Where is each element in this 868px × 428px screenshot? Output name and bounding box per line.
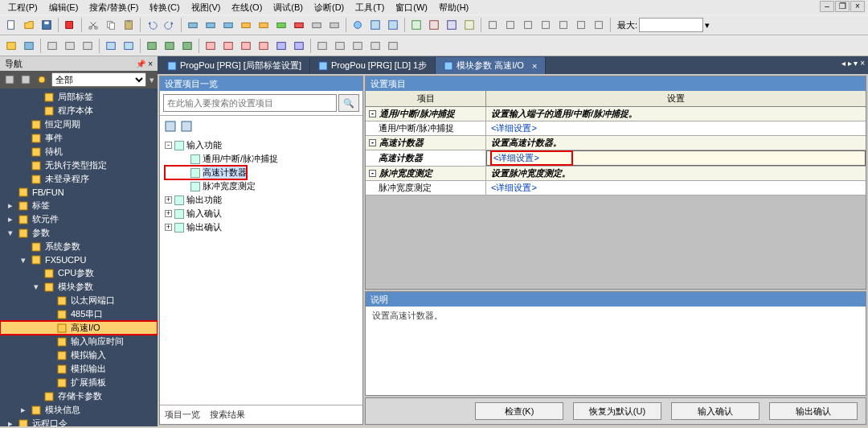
toolbar-icon[interactable]: [314, 38, 330, 54]
toolbar-icon[interactable]: [591, 17, 607, 33]
nav-item[interactable]: ▸软元件: [0, 212, 158, 226]
copy-icon[interactable]: [103, 17, 119, 33]
expand-icon[interactable]: +: [165, 196, 172, 204]
settings-search-input[interactable]: [163, 94, 337, 112]
settings-tree-item[interactable]: -输入功能: [165, 138, 358, 152]
toolbar-icon[interactable]: [573, 17, 589, 33]
settings-tree-item[interactable]: +输入确认: [165, 207, 358, 220]
menu-edit[interactable]: 编辑(E): [44, 1, 84, 14]
toolbar-icon[interactable]: [291, 38, 307, 54]
toolbar-icon[interactable]: [520, 17, 536, 33]
toolbar-icon[interactable]: [408, 17, 424, 33]
expand-icon[interactable]: ▸: [6, 200, 14, 211]
new-icon[interactable]: [3, 17, 19, 33]
toolbar-icon[interactable]: [350, 38, 366, 54]
nav-item[interactable]: 高速I/O: [0, 321, 158, 335]
close-button[interactable]: ×: [850, 1, 865, 12]
restore-default-button[interactable]: 恢复为默认(U): [573, 402, 661, 420]
toolbar-icon[interactable]: [44, 38, 60, 54]
nav-item[interactable]: 存储卡参数: [0, 389, 158, 403]
tab[interactable]: ProgPou [PRG] [局部标签设置]: [159, 57, 310, 74]
footer-tab-list[interactable]: 项目一览: [165, 409, 200, 421]
pin-icon[interactable]: 📌 ×: [136, 60, 153, 68]
nav-item[interactable]: 系统参数: [0, 240, 158, 253]
toolbar-icon[interactable]: [80, 38, 96, 54]
footer-tab-results[interactable]: 搜索结果: [210, 409, 245, 421]
tab[interactable]: ProgPou [PRG] [LD] 1步: [310, 57, 436, 74]
menu-project[interactable]: 工程(P): [3, 1, 43, 14]
settings-tree-item[interactable]: 脉冲宽度测定: [165, 179, 358, 193]
toolbar-icon[interactable]: [385, 17, 401, 33]
expand-icon[interactable]: ▾: [6, 228, 14, 238]
nav-tb-icon[interactable]: [19, 73, 32, 86]
nav-item[interactable]: 恒定周期: [0, 117, 158, 131]
toolbar-icon[interactable]: [538, 17, 554, 33]
expand-icon[interactable]: ▾: [32, 282, 40, 292]
toolbar-icon[interactable]: [62, 17, 78, 33]
nav-item[interactable]: ▸远程口令: [0, 417, 158, 426]
expand-icon[interactable]: ▸: [6, 418, 14, 426]
minimize-button[interactable]: –: [820, 1, 834, 12]
expand-icon[interactable]: -: [165, 142, 172, 149]
grid-row[interactable]: 脉冲宽度测定<详细设置>: [366, 181, 866, 195]
toolbar-icon[interactable]: [220, 38, 236, 54]
paste-icon[interactable]: [121, 17, 137, 33]
nav-tree[interactable]: 局部标签程序本体恒定周期事件待机无执行类型指定未登录程序FB/FUN▸标签▸软元…: [0, 88, 158, 426]
toolbar-icon[interactable]: [444, 17, 460, 33]
menu-convert[interactable]: 转换(C): [145, 1, 184, 14]
toolbar-icon[interactable]: [238, 17, 254, 33]
toolbar-icon[interactable]: [121, 38, 137, 54]
cut-icon[interactable]: [85, 17, 101, 33]
nav-item[interactable]: ▾FX5UCPU: [0, 253, 158, 266]
nav-item[interactable]: 模拟输入: [0, 348, 158, 362]
nav-item[interactable]: ▸标签: [0, 199, 158, 212]
grid-row[interactable]: 高速计数器<详细设置>: [366, 150, 866, 167]
expand-icon[interactable]: ▾: [19, 255, 27, 265]
nav-item[interactable]: ▾参数: [0, 226, 158, 240]
undo-icon[interactable]: [144, 17, 160, 33]
settings-tree[interactable]: -输入功能通用/中断/脉冲捕捉高速计数器脉冲宽度测定+输出功能+输入确认+输出确…: [165, 138, 358, 234]
nav-item[interactable]: CPU参数: [0, 266, 158, 280]
toolbar-icon[interactable]: [3, 38, 19, 54]
settings-tree-item[interactable]: 通用/中断/脉冲捕捉: [165, 152, 358, 166]
grid-row[interactable]: -通用/中断/脉冲捕捉设置输入端子的通用/中断/脉冲捕捉。: [366, 107, 866, 121]
search-button[interactable]: 🔍: [338, 94, 359, 112]
toolbar-icon[interactable]: [273, 17, 289, 33]
open-icon[interactable]: [21, 17, 37, 33]
expand-icon[interactable]: -: [369, 139, 376, 146]
toolbar-icon[interactable]: [62, 38, 78, 54]
nav-item[interactable]: ▸模块信息: [0, 403, 158, 417]
nav-item[interactable]: 扩展插板: [0, 376, 158, 389]
expand-icon[interactable]: +: [165, 224, 172, 231]
menu-view[interactable]: 视图(V): [186, 1, 226, 14]
settings-tree-item[interactable]: 高速计数器: [165, 166, 247, 179]
check-button[interactable]: 检查(K): [475, 402, 563, 420]
toolbar-icon[interactable]: [326, 17, 342, 33]
tab-scroll-controls[interactable]: ◂ ▸ ▾ ×: [841, 59, 865, 68]
expand-icon[interactable]: ▸: [19, 405, 27, 415]
redo-icon[interactable]: [162, 17, 178, 33]
collapse-all-icon[interactable]: [181, 121, 194, 134]
nav-item[interactable]: FB/FUN: [0, 186, 158, 199]
row-value[interactable]: <详细设置>: [486, 181, 866, 195]
menu-find[interactable]: 搜索/替换(F): [84, 1, 143, 14]
zoom-input[interactable]: [639, 18, 703, 32]
dropdown-icon[interactable]: ▾: [705, 20, 710, 31]
nav-item[interactable]: 局部标签: [0, 90, 158, 104]
nav-item[interactable]: 待机: [0, 145, 158, 158]
settings-grid-body[interactable]: -通用/中断/脉冲捕捉设置输入端子的通用/中断/脉冲捕捉。通用/中断/脉冲捕捉<…: [366, 107, 866, 289]
nav-tb-icon[interactable]: [3, 73, 16, 86]
toolbar-icon[interactable]: [144, 38, 160, 54]
nav-item[interactable]: 程序本体: [0, 104, 158, 117]
toolbar-icon[interactable]: [291, 17, 307, 33]
toolbar-icon[interactable]: [179, 38, 195, 54]
tab[interactable]: 模块参数 高速I/O×: [436, 57, 546, 74]
grid-row[interactable]: -高速计数器设置高速计数器。: [366, 136, 866, 150]
toolbar-icon[interactable]: [555, 17, 571, 33]
toolbar-icon[interactable]: [203, 38, 219, 54]
detail-link[interactable]: <详细设置>: [491, 123, 537, 133]
toolbar-icon[interactable]: [162, 38, 178, 54]
restore-button[interactable]: ❐: [835, 1, 850, 12]
gear-icon[interactable]: [35, 73, 48, 86]
toolbar-icon[interactable]: [332, 38, 348, 54]
